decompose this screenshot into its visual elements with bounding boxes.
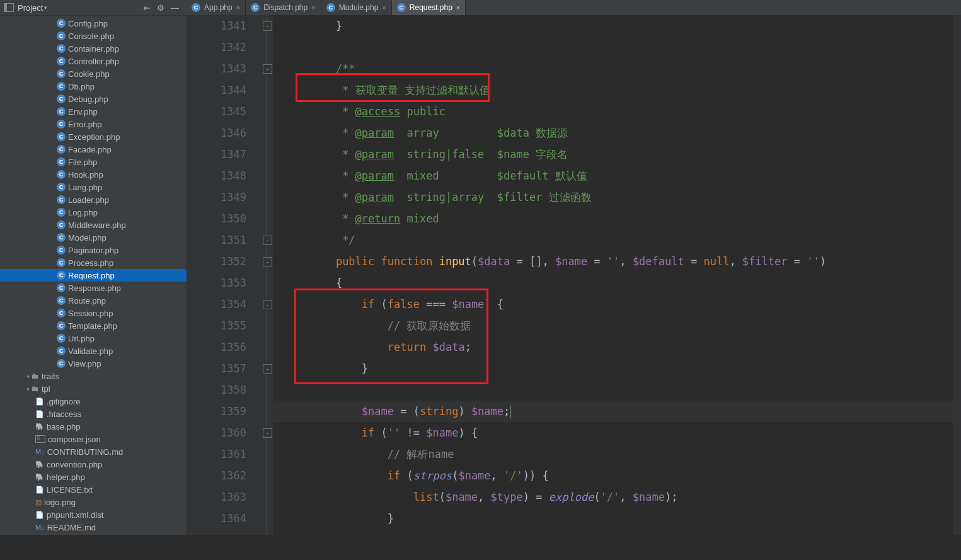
line-number: 1341 <box>187 15 246 37</box>
tree-item[interactable]: M↓README.md <box>0 521 187 534</box>
project-title[interactable]: Project <box>18 3 43 13</box>
code-line[interactable] <box>284 379 953 401</box>
tree-item[interactable]: CDebug.php <box>0 93 187 105</box>
tree-item[interactable]: ▸🖿traits <box>0 370 187 382</box>
line-number: 1353 <box>187 272 246 294</box>
code-area[interactable]: } /** * 获取变量 支持过滤和默认值 * @access public *… <box>273 15 953 535</box>
code-line[interactable]: // 获取原始数据 <box>284 315 953 336</box>
tree-item[interactable]: CFile.php <box>0 156 187 168</box>
close-icon[interactable]: × <box>456 4 460 11</box>
fold-toggle-icon[interactable]: – <box>263 236 272 245</box>
tree-item[interactable]: CValidate.php <box>0 345 187 357</box>
tree-item[interactable]: 📄.gitignore <box>0 395 187 408</box>
code-line[interactable]: } <box>284 358 953 379</box>
code-line[interactable]: list($name, $type) = explode('/', $name)… <box>284 486 953 508</box>
tree-item[interactable]: composer.json <box>0 433 187 445</box>
editor-tab[interactable]: CApp.php× <box>187 0 246 15</box>
tree-item[interactable]: CLang.php <box>0 181 187 193</box>
tree-item[interactable]: 📄LICENSE.txt <box>0 483 187 496</box>
tree-item[interactable]: CSession.php <box>0 307 187 319</box>
code-line[interactable]: $name = (string) $name; <box>284 401 953 422</box>
tree-item[interactable]: CLog.php <box>0 206 187 219</box>
code-line[interactable]: */ <box>284 229 953 251</box>
project-tree[interactable]: CConfig.phpCConsole.phpCContainer.phpCCo… <box>0 16 187 534</box>
tree-item[interactable]: 🐘helper.php <box>0 471 187 483</box>
tree-item[interactable]: CConsole.php <box>0 30 187 42</box>
close-icon[interactable]: × <box>236 4 240 11</box>
chevron-right-icon[interactable]: ▸ <box>25 386 32 392</box>
fold-toggle-icon[interactable]: – <box>263 257 272 266</box>
tree-item[interactable]: CView.php <box>0 357 187 370</box>
tree-item[interactable]: CError.php <box>0 118 187 130</box>
fold-toggle-icon[interactable]: – <box>263 300 272 309</box>
code-line[interactable]: if (strpos($name, '/')) { <box>284 465 953 486</box>
tree-item[interactable]: ▧logo.png <box>0 496 187 508</box>
tree-item[interactable]: 📄.htaccess <box>0 408 187 420</box>
code-line[interactable]: * @param string|false $name 字段名 <box>284 144 953 165</box>
tree-item[interactable]: CHook.php <box>0 168 187 181</box>
chevron-right-icon[interactable]: ▸ <box>25 373 32 379</box>
tree-item[interactable]: CFacade.php <box>0 143 187 156</box>
project-sidebar: Project ▾ ⇤ ⚙ — CConfig.phpCConsole.phpC… <box>0 0 187 535</box>
code-line[interactable]: * @param array $data 数据源 <box>284 122 953 144</box>
tree-item[interactable]: CContainer.php <box>0 42 187 55</box>
fold-strip[interactable]: ––––––– <box>262 15 273 535</box>
code-line[interactable]: } <box>284 508 953 529</box>
tree-item-label: Session.php <box>68 309 113 318</box>
code-line[interactable]: * @return mixed <box>284 208 953 229</box>
tree-item[interactable]: CProcess.php <box>0 256 187 269</box>
fold-toggle-icon[interactable]: – <box>263 21 272 31</box>
tree-item[interactable]: CException.php <box>0 130 187 143</box>
tree-item[interactable]: CResponse.php <box>0 282 187 294</box>
tree-item[interactable]: CModel.php <box>0 231 187 244</box>
code-editor[interactable]: 1341134213431344134513461347134813491350… <box>187 15 961 535</box>
editor-tab[interactable]: CModule.php× <box>321 0 392 15</box>
close-icon[interactable]: × <box>382 4 386 11</box>
fold-toggle-icon[interactable]: – <box>263 64 272 74</box>
tree-item[interactable]: CLoader.php <box>0 193 187 206</box>
tree-item[interactable]: CController.php <box>0 55 187 67</box>
code-line[interactable]: } <box>284 15 953 37</box>
line-gutter: 1341134213431344134513461347134813491350… <box>187 15 262 535</box>
editor-tab[interactable]: CRequest.php× <box>392 0 466 15</box>
code-line[interactable]: public function input($data = [], $name … <box>284 251 953 272</box>
tree-item[interactable]: 🐘base.php <box>0 420 187 433</box>
tree-item[interactable]: CRequest.php <box>0 269 187 282</box>
collapse-icon[interactable]: ⇤ <box>144 3 151 13</box>
code-line[interactable]: { <box>284 272 953 294</box>
tree-item-label: Cookie.php <box>68 69 110 79</box>
tree-item[interactable]: ▸🖿tpl <box>0 382 187 395</box>
tree-item[interactable]: 🐘convention.php <box>0 458 187 471</box>
tree-item[interactable]: M↓CONTRIBUTING.md <box>0 445 187 458</box>
tree-item[interactable]: CTemplate.php <box>0 319 187 332</box>
fold-toggle-icon[interactable]: – <box>263 364 272 374</box>
code-line[interactable]: // 解析name <box>284 443 953 465</box>
fold-toggle-icon[interactable]: – <box>263 428 272 438</box>
tree-item-label: Console.php <box>68 31 114 41</box>
hide-icon[interactable]: — <box>171 3 179 13</box>
code-line[interactable]: * @param string|array $filter 过滤函数 <box>284 186 953 208</box>
tree-item[interactable]: CEnv.php <box>0 105 187 118</box>
code-line[interactable]: if (false === $name) { <box>284 294 953 315</box>
tree-item[interactable]: CMiddleware.php <box>0 219 187 231</box>
code-line[interactable]: if ('' != $name) { <box>284 422 953 443</box>
tree-item[interactable]: 📄phpunit.xml.dist <box>0 508 187 521</box>
php-class-icon: C <box>57 44 66 53</box>
editor-tab[interactable]: CDispatch.php× <box>246 0 321 15</box>
code-line[interactable]: * @access public <box>284 101 953 122</box>
tree-item[interactable]: CUrl.php <box>0 332 187 345</box>
code-line[interactable]: return $data; <box>284 336 953 358</box>
line-number: 1350 <box>187 208 246 229</box>
tree-item[interactable]: CConfig.php <box>0 17 187 30</box>
code-line[interactable]: /** <box>284 58 953 79</box>
code-line[interactable]: * @param mixed $default 默认值 <box>284 165 953 186</box>
tree-item[interactable]: CDb.php <box>0 80 187 93</box>
code-line[interactable] <box>284 37 953 58</box>
settings-gear-icon[interactable]: ⚙ <box>157 3 164 13</box>
close-icon[interactable]: × <box>311 4 315 11</box>
tree-item[interactable]: CRoute.php <box>0 294 187 307</box>
tree-item[interactable]: CCookie.php <box>0 67 187 80</box>
code-line[interactable]: * 获取变量 支持过滤和默认值 <box>284 79 953 101</box>
project-dropdown-icon[interactable]: ▾ <box>44 4 47 11</box>
tree-item[interactable]: CPaginator.php <box>0 244 187 256</box>
